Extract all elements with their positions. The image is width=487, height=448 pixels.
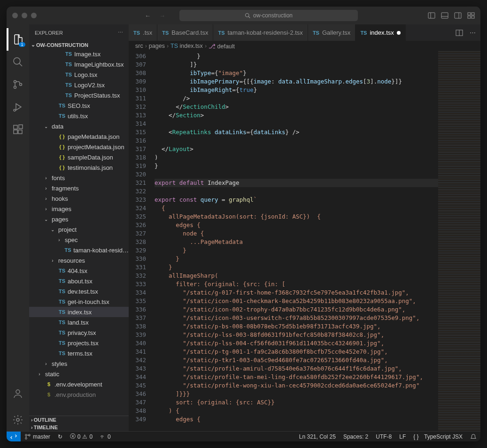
file-item[interactable]: TSLogo.tsx — [29, 69, 129, 80]
panel-bottom-icon[interactable] — [441, 12, 448, 19]
file-tree: TSImage.tsxTSImageLightbox.tsxTSLogo.tsx… — [29, 49, 129, 416]
file-item[interactable]: { }projectMetadata.json — [29, 142, 129, 152]
command-center[interactable]: ow-construction — [179, 10, 358, 21]
folder-item[interactable]: ›hooks — [29, 193, 129, 204]
editor-tab[interactable]: TSGallery.tsx — [308, 24, 356, 41]
file-item[interactable]: TSindex.tsx — [29, 307, 129, 317]
editor-tab[interactable]: TSindex.tsx — [356, 24, 405, 41]
breadcrumb-segment[interactable]: ⎇ default — [209, 43, 235, 50]
language-mode[interactable]: { } TypeScript JSX — [410, 433, 466, 440]
file-item[interactable]: TSdev.test.tsx — [29, 286, 129, 296]
breadcrumbs[interactable]: src›pages›TS index.tsx›⎇ default — [129, 41, 480, 51]
file-item[interactable]: TSget-in-touch.tsx — [29, 296, 129, 307]
svg-rect-11 — [472, 16, 474, 18]
folder-item[interactable]: ›static — [29, 369, 129, 379]
project-section-header[interactable]: ⌄ OW-CONSTRUCTION — [29, 41, 129, 49]
search-activity[interactable] — [7, 51, 29, 73]
file-item[interactable]: TSprivacy.tsx — [29, 327, 129, 338]
ts-icon: TS — [313, 30, 319, 36]
explorer-activity[interactable]: 1 — [7, 28, 29, 51]
error-icon: ⓧ — [70, 433, 76, 440]
file-item[interactable]: TSProjectStatus.tsx — [29, 90, 129, 100]
file-item[interactable]: TSSEO.tsx — [29, 100, 129, 111]
file-item[interactable]: $.env.development — [29, 379, 129, 389]
file-item[interactable]: TStaman-kobat-reside… — [29, 245, 129, 255]
breadcrumb-segment[interactable]: src — [135, 43, 143, 49]
file-item[interactable]: { }pageMetadata.json — [29, 131, 129, 142]
chevron-icon: › — [42, 175, 50, 181]
folder-item[interactable]: ›styles — [29, 358, 129, 369]
outline-section[interactable]: › OUTLINE — [29, 416, 129, 424]
svg-rect-20 — [18, 130, 22, 134]
folder-item[interactable]: ›images — [29, 204, 129, 214]
file-item[interactable]: TSland.tsx — [29, 317, 129, 327]
file-item[interactable]: $.env.production — [29, 389, 129, 400]
nav-back-icon[interactable]: ← — [145, 12, 151, 19]
file-item[interactable]: TSImageLightbox.tsx — [29, 59, 129, 69]
svg-point-26 — [25, 434, 27, 436]
eol[interactable]: LF — [395, 433, 410, 440]
timeline-section[interactable]: › TIMELINE — [29, 424, 129, 431]
file-item[interactable]: TSterms.tsx — [29, 348, 129, 358]
folder-item[interactable]: ›fonts — [29, 173, 129, 183]
explorer-title: EXPLORER — [35, 30, 63, 36]
indent[interactable]: Spaces: 2 — [340, 433, 372, 440]
file-item[interactable]: { }sampleData.json — [29, 152, 129, 162]
split-editor-icon[interactable] — [456, 29, 463, 37]
problems[interactable]: ⓧ0 ⚠0 — [66, 433, 96, 440]
panel-left-icon[interactable] — [428, 12, 435, 19]
file-item[interactable]: TS404.tsx — [29, 266, 129, 276]
search-title: ow-construction — [253, 12, 293, 19]
breadcrumb-segment[interactable]: TS index.tsx — [170, 43, 203, 49]
editor-tab[interactable]: TS.tsx — [129, 24, 157, 41]
ports[interactable]: ᯤ0 — [96, 433, 115, 440]
file-item[interactable]: TSprojects.tsx — [29, 338, 129, 348]
chevron-right-icon: › — [31, 417, 33, 423]
svg-line-1 — [248, 16, 250, 18]
tab-more-icon[interactable]: ⋯ — [470, 29, 476, 36]
svg-rect-10 — [468, 16, 471, 18]
run-debug-activity[interactable] — [7, 96, 29, 118]
svg-point-16 — [20, 84, 22, 86]
file-item[interactable]: TSImage.tsx — [29, 49, 129, 59]
notifications-icon[interactable] — [466, 433, 480, 440]
cursor-position[interactable]: Ln 321, Col 25 — [295, 433, 340, 440]
folder-item[interactable]: ⌄pages — [29, 214, 129, 224]
window-controls — [12, 13, 37, 18]
ts-icon: TS — [218, 30, 224, 36]
folder-item[interactable]: ⌄project — [29, 224, 129, 235]
remote-indicator[interactable] — [7, 432, 21, 441]
folder-item[interactable]: ›resources — [29, 255, 129, 266]
accounts-activity[interactable] — [7, 382, 29, 405]
file-item[interactable]: TSabout.tsx — [29, 276, 129, 286]
warning-icon: ⚠ — [82, 433, 87, 440]
settings-activity[interactable] — [7, 409, 29, 431]
folder-item[interactable]: ›spec — [29, 235, 129, 245]
code-content[interactable]: } ]} ibType={"image"} ibImagePrimary={[{… — [155, 51, 438, 431]
minimap[interactable] — [438, 51, 480, 431]
chevron-down-icon: ⌄ — [31, 42, 35, 48]
git-branch[interactable]: master — [21, 433, 54, 440]
editor-tab[interactable]: TSBaseCard.tsx — [157, 24, 213, 41]
file-item[interactable]: TSLogoV2.tsx — [29, 80, 129, 90]
svg-line-13 — [19, 63, 22, 66]
explorer-more-icon[interactable]: ⋯ — [118, 30, 123, 36]
folder-item[interactable]: ⌄data — [29, 121, 129, 131]
folder-item[interactable]: ›fragments — [29, 183, 129, 193]
file-item[interactable]: TSutils.tsx — [29, 111, 129, 121]
editor-tab[interactable]: TStaman-kobat-residensi-2.tsx — [213, 24, 308, 41]
git-sync[interactable]: ↻ — [54, 433, 66, 440]
source-control-activity[interactable] — [7, 73, 29, 96]
extensions-activity[interactable] — [7, 118, 29, 141]
encoding[interactable]: UTF-8 — [372, 433, 395, 440]
svg-point-12 — [14, 58, 20, 64]
nav-forward-icon[interactable]: → — [159, 12, 165, 19]
close-window[interactable] — [12, 13, 18, 18]
layout-icon[interactable] — [467, 12, 475, 19]
panel-right-icon[interactable] — [454, 12, 462, 19]
minimize-window[interactable] — [22, 13, 27, 18]
breadcrumb-segment[interactable]: pages — [149, 43, 165, 49]
explorer-badge: 1 — [19, 42, 25, 47]
file-item[interactable]: { }testimonials.json — [29, 162, 129, 173]
maximize-window[interactable] — [31, 13, 37, 18]
